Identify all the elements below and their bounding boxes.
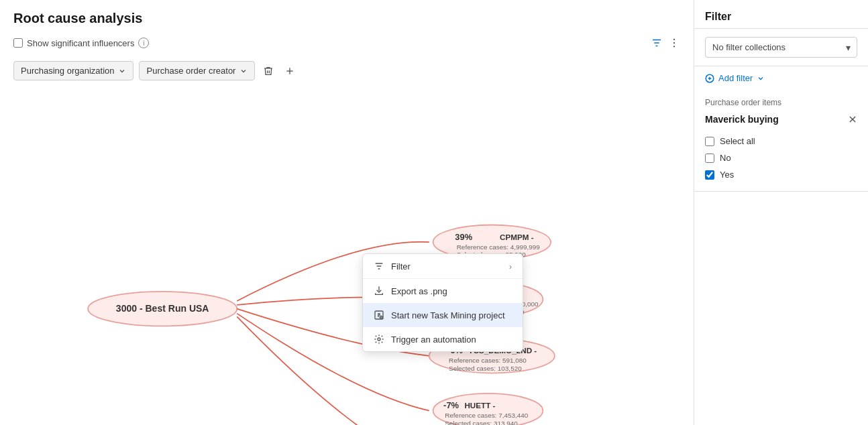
download-icon (374, 286, 384, 296)
purchase-order-items-label: Purchase order items (705, 98, 857, 107)
filter-section-header: Maverick buying (705, 114, 857, 125)
show-influencers-checkbox[interactable] (13, 38, 23, 48)
context-menu-task-mining[interactable]: Start new Task Mining project (363, 303, 523, 327)
more-options-button[interactable] (668, 37, 680, 49)
svg-text:HUETT -: HUETT - (464, 401, 495, 410)
filter-collections-section: No filter collections (694, 29, 868, 66)
maverick-buying-title: Maverick buying (705, 114, 779, 125)
root-cause-graph: 3000 - Best Run USA 39% CPMPM - Referenc… (13, 80, 680, 425)
context-task-mining-label: Start new Task Mining project (391, 310, 505, 320)
main-content: Root cause analysis Show significant inf… (0, 0, 694, 425)
collections-select-wrapper: No filter collections (705, 37, 857, 58)
info-icon[interactable]: i (138, 38, 149, 48)
show-influencers-label: Show significant influencers (27, 38, 134, 48)
context-menu-automation[interactable]: Trigger an automation (363, 327, 523, 351)
no-checkbox[interactable] (705, 154, 714, 163)
svg-text:-7%: -7% (443, 400, 459, 410)
center-node-label: 3000 - Best Run USA (116, 303, 209, 314)
delete-filter-button[interactable] (260, 63, 276, 79)
svg-text:Reference cases: 7,453,440: Reference cases: 7,453,440 (445, 412, 529, 419)
svg-point-35 (378, 338, 380, 341)
page-title: Root cause analysis (13, 11, 680, 26)
filter-lines-button[interactable] (651, 37, 663, 49)
chevron-right-icon: › (509, 261, 512, 271)
context-menu: Filter › Export as .png Start new Task M… (362, 253, 523, 352)
context-menu-filter[interactable]: Filter › (363, 254, 523, 278)
context-export-label: Export as .png (391, 286, 447, 296)
close-maverick-filter-button[interactable] (848, 115, 857, 124)
filter-panel-header: Filter (694, 0, 868, 29)
plus-circle-icon (705, 74, 714, 83)
select-all-checkbox[interactable] (705, 137, 714, 146)
svg-text:Selected cases: 103,520: Selected cases: 103,520 (449, 365, 522, 372)
chevron-down-icon (757, 74, 765, 82)
add-filter-btn[interactable]: Add filter (694, 66, 868, 90)
add-filter-button[interactable] (282, 63, 298, 79)
svg-point-5 (673, 46, 675, 47)
checkbox-select-all[interactable]: Select all (705, 133, 857, 149)
select-all-label: Select all (720, 136, 755, 146)
close-icon (848, 115, 857, 124)
context-automation-label: Trigger an automation (391, 335, 476, 345)
add-filter-label: Add filter (718, 73, 753, 83)
yes-checkbox[interactable] (705, 170, 714, 180)
svg-text:39%: 39% (455, 232, 472, 242)
svg-text:Reference cases: 591,080: Reference cases: 591,080 (449, 357, 527, 364)
show-influencers-row: Show significant influencers i (13, 38, 149, 48)
graph-area: 3000 - Best Run USA 39% CPMPM - Referenc… (13, 80, 680, 425)
checkbox-yes[interactable]: Yes (705, 166, 857, 183)
no-label: No (720, 153, 731, 163)
context-menu-export[interactable]: Export as .png (363, 279, 523, 303)
context-filter-label: Filter (391, 261, 411, 271)
maverick-buying-filter-section: Purchase order items Maverick buying Sel… (694, 90, 868, 192)
filter-panel: Filter No filter collections Add filter … (694, 0, 868, 425)
svg-text:CPMPM -: CPMPM - (500, 233, 534, 241)
checkbox-no[interactable]: No (705, 149, 857, 166)
automation-icon (374, 334, 384, 345)
toolbar-right (651, 37, 680, 49)
filter-bar: Purchasing organization Purchase order c… (13, 61, 680, 80)
purchase-order-creator-dropdown[interactable]: Purchase order creator (139, 61, 255, 80)
task-mining-icon (374, 310, 384, 320)
filter-icon (374, 261, 384, 271)
svg-text:Selected cases: 313,940: Selected cases: 313,940 (445, 420, 518, 425)
svg-point-3 (673, 39, 675, 40)
svg-text:Reference cases: 4,999,999: Reference cases: 4,999,999 (457, 243, 541, 251)
svg-point-4 (673, 42, 675, 44)
purchasing-org-dropdown[interactable]: Purchasing organization (13, 61, 133, 80)
yes-label: Yes (720, 170, 734, 180)
filter-collections-select[interactable]: No filter collections (705, 37, 857, 58)
